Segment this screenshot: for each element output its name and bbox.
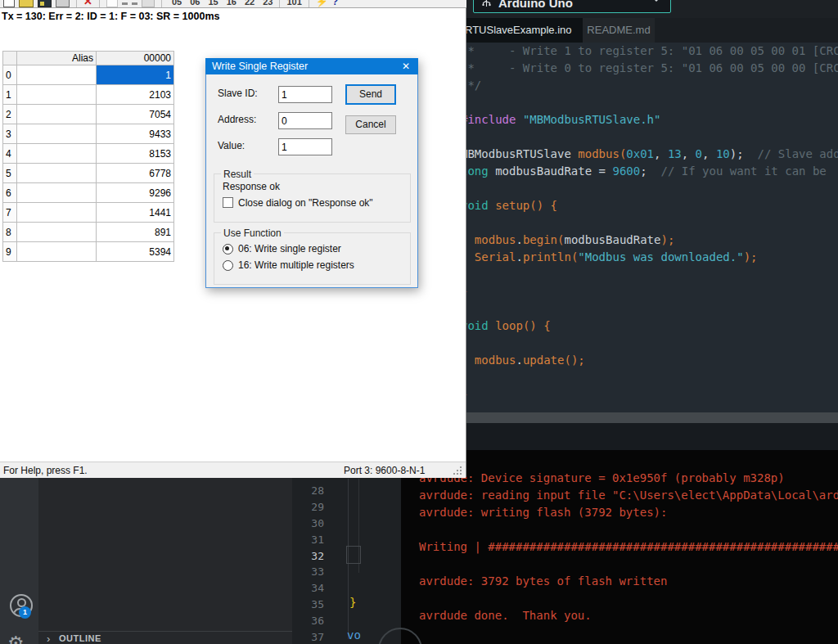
table-row: 69296 (3, 183, 174, 203)
fn-05-button[interactable]: 05 (172, 0, 182, 7)
horizontal-scrollbar[interactable] (466, 412, 838, 423)
alias-cell[interactable] (17, 105, 97, 124)
grid-body: 0112103270543943348153567786929671441889… (3, 65, 174, 262)
disconnect-icon[interactable]: ✕ (83, 0, 92, 7)
cancel-button[interactable]: Cancel (345, 115, 396, 134)
display-icon[interactable] (122, 2, 128, 5)
table-row: 8891 (3, 223, 174, 242)
table-row: 39433 (3, 124, 174, 144)
ide-toolbar: Arduino Uno (466, 0, 838, 18)
line-number: 31 (292, 532, 324, 548)
table-row: 48153 (3, 144, 174, 164)
toolbar-separator (161, 0, 162, 7)
register-column-header[interactable]: 00000 (97, 52, 174, 65)
value-cell[interactable]: 891 (97, 223, 174, 242)
code-line: long modbusBaudRate = 9600; // If you wa… (466, 163, 838, 180)
code-line: #include "MBModbusRTUSlave.h" (466, 111, 838, 128)
chevron-down-icon (652, 0, 660, 2)
help-icon[interactable]: ? (332, 0, 338, 7)
result-group-label: Result (221, 169, 254, 180)
dialog-titlebar[interactable]: Write Single Register (205, 58, 418, 74)
editor-gutter[interactable]: 28293031323334353637 (292, 483, 329, 644)
code-line (466, 94, 838, 111)
toolbar-separator (309, 0, 309, 7)
slave-id-field[interactable] (278, 86, 332, 103)
open-file-icon[interactable] (19, 0, 34, 7)
display-icon-2[interactable] (132, 2, 137, 5)
radio-write-single[interactable] (223, 244, 233, 254)
modbus-poll-window: ✕ 050615162223 101 ⚡ ? Tx = 130: Err = 2… (0, 0, 466, 477)
alias-cell[interactable] (17, 164, 97, 183)
value-cell[interactable]: 7054 (97, 105, 174, 124)
print-icon[interactable] (56, 0, 70, 7)
alias-cell[interactable] (17, 203, 97, 223)
fn-16-button[interactable]: 16 (227, 0, 237, 7)
code-line: * - Write 0 to register 5: "01 06 00 05 … (466, 60, 838, 77)
fn-06-button[interactable]: 06 (190, 0, 200, 7)
corner-header (3, 52, 17, 65)
value-field[interactable] (278, 138, 332, 155)
value-cell[interactable]: 2103 (97, 85, 174, 105)
output-panel[interactable]: avrdude: Device signature = 0x1e950f (pr… (401, 450, 838, 644)
close-icon[interactable]: ✕ (394, 58, 418, 74)
terminal-line (419, 521, 838, 538)
row-index: 9 (3, 242, 17, 262)
terminal-line: Writing | ##############################… (419, 538, 838, 556)
code-editor-bottom[interactable]: 28293031323334353637 } vo (292, 477, 401, 644)
code-line: */ (466, 77, 838, 94)
value-cell[interactable]: 1441 (97, 203, 174, 223)
fn-23-button[interactable]: 23 (263, 0, 273, 7)
settings-gear-icon[interactable]: ⚙ (7, 634, 25, 644)
alias-cell[interactable] (17, 144, 97, 164)
alias-cell[interactable] (17, 183, 97, 203)
closing-brace-token: } (349, 596, 356, 609)
send-button[interactable]: Send (345, 84, 396, 105)
fn-15-button[interactable]: 15 (208, 0, 218, 7)
table-row: 71441 (3, 203, 174, 223)
radio-write-multiple[interactable] (223, 260, 233, 271)
value-cell[interactable]: 5394 (97, 242, 174, 262)
slave-id-label: Slave ID: (218, 88, 258, 99)
row-index: 4 (3, 144, 17, 164)
line-number: 30 (292, 516, 324, 532)
code-line: modbus.update(); (466, 352, 838, 369)
alias-cell[interactable] (17, 85, 97, 105)
alias-cell[interactable] (17, 242, 97, 262)
row-index: 2 (3, 105, 17, 124)
value-cell[interactable]: 6778 (97, 164, 174, 183)
value-cell[interactable]: 9296 (97, 183, 174, 203)
value-cell[interactable]: 9433 (97, 124, 174, 144)
communication-icon[interactable]: ⚡ (316, 0, 328, 7)
alias-cell[interactable] (17, 65, 97, 85)
setup-icon[interactable] (106, 0, 118, 7)
explorer-sidebar: › OUTLINE (38, 477, 292, 644)
address-field[interactable] (278, 112, 332, 129)
toolbar-separator (99, 0, 100, 7)
line-number: 35 (292, 597, 324, 613)
row-index: 0 (3, 65, 17, 85)
alias-header[interactable]: Alias (17, 52, 97, 65)
close-on-ok-checkbox[interactable] (223, 197, 233, 208)
tab-readme[interactable]: README.md (583, 18, 655, 43)
save-icon[interactable] (38, 0, 52, 7)
fn-22-button[interactable]: 22 (245, 0, 255, 7)
value-cell[interactable]: 1 (97, 65, 174, 85)
board-selector[interactable]: Arduino Uno (473, 0, 671, 13)
board-name: Arduino Uno (498, 0, 573, 10)
new-file-icon[interactable] (3, 0, 15, 7)
alias-cell[interactable] (17, 124, 97, 144)
vscode-window: 1 ⚙ › OUTLINE 28293031323334353637 } vo (0, 477, 401, 644)
print-preview-icon[interactable] (142, 0, 155, 7)
resize-grip[interactable] (460, 473, 462, 475)
line-number: 29 (292, 499, 324, 516)
code-line (466, 180, 838, 197)
terminal-line: avrdude: Device signature = 0x1e950f (pr… (419, 470, 838, 487)
fn-101-button[interactable]: 101 (286, 0, 301, 7)
alias-cell[interactable] (17, 223, 97, 242)
code-line: * - Write 1 to register 5: "01 06 00 05 … (466, 43, 838, 60)
value-cell[interactable]: 8153 (97, 144, 174, 164)
outline-section-header[interactable]: › OUTLINE (38, 631, 292, 644)
toolbar-fn-numbers: 050615162223 (172, 0, 273, 7)
editor-tabbar: RTUSlaveExample.ino README.md (466, 18, 838, 43)
tab-sketch[interactable]: RTUSlaveExample.ino (466, 18, 583, 43)
